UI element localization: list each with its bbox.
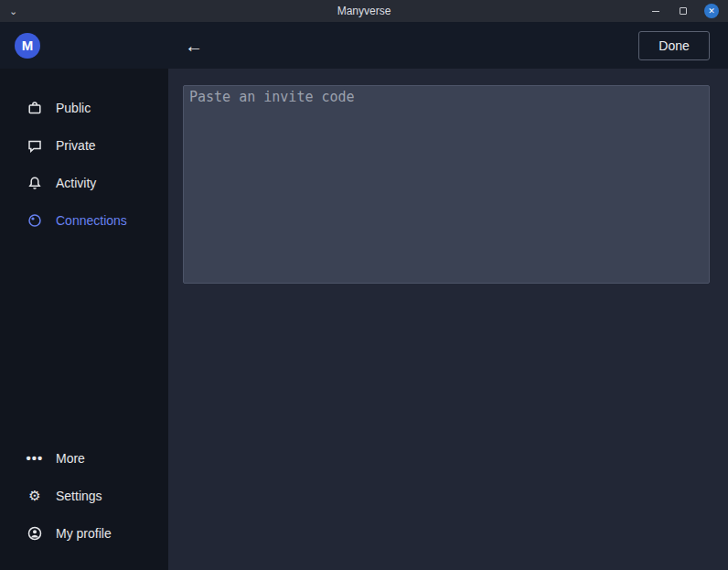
minimize-icon (652, 11, 659, 12)
sidebar-item-private[interactable]: Private (0, 126, 168, 164)
more-dots-icon: ••• (26, 450, 44, 466)
sidebar-item-label: Private (56, 138, 96, 153)
profile-icon (26, 525, 44, 542)
sidebar-item-connections[interactable]: Connections (0, 201, 168, 239)
manyverse-logo: M (15, 33, 40, 59)
back-button[interactable]: ← (185, 37, 203, 55)
close-button[interactable]: ✕ (704, 4, 719, 18)
main-content (168, 69, 728, 570)
done-button[interactable]: Done (638, 31, 710, 60)
sidebar: Public Private Activity (0, 69, 168, 570)
os-titlebar: ⌄ Manyverse ✕ (0, 0, 728, 22)
window-menu-chevron-icon[interactable]: ⌄ (0, 0, 27, 22)
sidebar-item-label: Activity (56, 176, 96, 190)
restore-button[interactable] (677, 5, 690, 17)
window-controls: ✕ (649, 4, 728, 18)
sidebar-item-label: Public (56, 101, 91, 115)
gear-icon: ⚙ (26, 488, 44, 504)
sidebar-item-activity[interactable]: Activity (0, 164, 168, 201)
private-icon (26, 137, 44, 154)
activity-icon (26, 175, 44, 191)
sidebar-item-more[interactable]: ••• More (0, 439, 168, 477)
window-title: Manyverse (0, 5, 728, 17)
invite-code-input[interactable] (183, 85, 710, 284)
connections-icon (26, 212, 44, 229)
sidebar-item-label: More (56, 451, 85, 466)
app-header: M ← Done (0, 22, 728, 69)
sidebar-spacer (0, 239, 168, 439)
sidebar-item-label: Connections (56, 213, 127, 228)
sidebar-item-settings[interactable]: ⚙ Settings (0, 477, 168, 514)
sidebar-item-label: My profile (56, 526, 112, 541)
app-body: Public Private Activity (0, 69, 728, 570)
sidebar-item-public[interactable]: Public (0, 89, 168, 126)
sidebar-item-label: Settings (56, 489, 102, 503)
sidebar-item-my-profile[interactable]: My profile (0, 514, 168, 552)
restore-icon (680, 7, 687, 15)
minimize-button[interactable] (649, 5, 662, 17)
public-icon (26, 100, 44, 116)
